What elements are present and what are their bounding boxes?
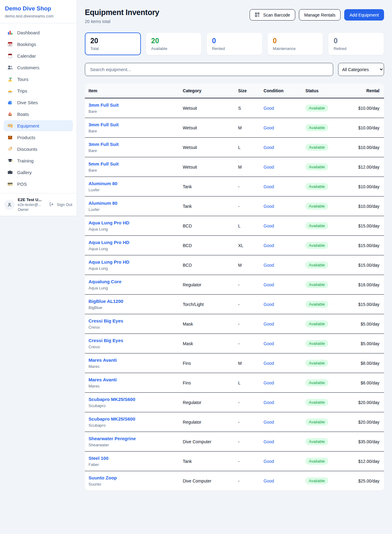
sidebar-item-calendar[interactable]: Calendar — [4, 50, 73, 61]
item-link[interactable]: Suunto Zoop — [89, 475, 175, 480]
item-link[interactable]: Cressi Big Eyes — [89, 318, 175, 323]
rental-cell: $25.00/day — [348, 471, 384, 491]
item-link[interactable]: 3mm Full Suit — [89, 102, 175, 108]
item-link[interactable]: Aqua Lung Pro HD — [89, 259, 175, 265]
sidebar-item-gallery[interactable]: Gallery — [4, 167, 73, 178]
sidebar-item-tours[interactable]: Tours — [4, 74, 73, 85]
condition-cell: Good — [260, 275, 302, 295]
status-cell: Available — [302, 353, 348, 373]
item-link[interactable]: Shearwater Peregrine — [89, 436, 175, 441]
table-row[interactable]: Cressi Big EyesCressiMask-GoodAvailable$… — [85, 334, 384, 353]
table-row[interactable]: Aluminum 80LuxferTank-GoodAvailable$10.0… — [85, 196, 384, 216]
condition-link[interactable]: Good — [264, 282, 274, 287]
training-icon — [7, 158, 13, 163]
table-row[interactable]: 3mm Full SuitBareWetsuitSGoodAvailable$1… — [85, 98, 384, 118]
brand[interactable]: Demo Dive Shop — [5, 5, 72, 12]
sidebar-item-equipment[interactable]: Equipment — [4, 120, 73, 131]
sidebar-item-dive-sites[interactable]: Dive Sites — [4, 97, 73, 108]
sidebar-item-pos[interactable]: POS — [4, 178, 73, 189]
add-equipment-button[interactable]: Add Equipment — [344, 9, 384, 21]
table-row[interactable]: 3mm Full SuitBareWetsuitMGoodAvailable$1… — [85, 118, 384, 138]
condition-link[interactable]: Good — [264, 263, 274, 268]
table-row[interactable]: Steel 100FaberTank-GoodAvailable$12.00/d… — [85, 452, 384, 471]
condition-link[interactable]: Good — [264, 341, 274, 346]
item-link[interactable]: Aluminum 80 — [89, 181, 175, 186]
condition-link[interactable]: Good — [264, 184, 274, 189]
stat-card-total[interactable]: 20Total — [85, 32, 141, 55]
item-link[interactable]: Scubapro MK25/S600 — [89, 397, 175, 402]
table-row[interactable]: 5mm Full SuitBareWetsuitMGoodAvailable$1… — [85, 157, 384, 177]
item-link[interactable]: Aqua Lung Pro HD — [89, 240, 175, 245]
stat-card-rented[interactable]: 0Rented — [206, 32, 262, 55]
sign-out-button[interactable]: Sign Out — [49, 202, 72, 208]
item-link[interactable]: Aluminum 80 — [89, 200, 175, 206]
stat-card-retired[interactable]: 0Retired — [328, 32, 384, 55]
stat-value: 20 — [90, 37, 135, 45]
table-row[interactable]: Aqua Lung Pro HDAqua LungBCDMGoodAvailab… — [85, 255, 384, 275]
category-select[interactable]: All Categories — [338, 63, 384, 76]
condition-link[interactable]: Good — [264, 243, 274, 248]
table-row[interactable]: BigBlue AL1200BigBlueTorch/Light-GoodAva… — [85, 295, 384, 314]
sidebar-item-trips[interactable]: Trips — [4, 85, 73, 96]
sidebar-item-bookings[interactable]: 17Bookings — [4, 39, 73, 50]
condition-link[interactable]: Good — [264, 420, 274, 425]
condition-link[interactable]: Good — [264, 223, 274, 228]
table-row[interactable]: Cressi Big EyesCressiMask-GoodAvailable$… — [85, 314, 384, 334]
sidebar-item-dashboard[interactable]: Dashboard — [4, 27, 73, 38]
table-row[interactable]: Aqua Lung Pro HDAqua LungBCDLGoodAvailab… — [85, 216, 384, 236]
rental-cell: $20.00/day — [348, 393, 384, 412]
table-row[interactable]: Mares AvantiMaresFinsMGoodAvailable$8.00… — [85, 353, 384, 373]
table-row[interactable]: Scubapro MK25/S600ScubaproRegulator-Good… — [85, 393, 384, 412]
item-link[interactable]: Cressi Big Eyes — [89, 338, 175, 343]
sidebar-item-training[interactable]: Training — [4, 155, 73, 166]
rental-cell: $20.00/day — [348, 412, 384, 432]
scan-barcode-label: Scan Barcode — [263, 13, 290, 17]
table-row[interactable]: Scubapro MK25/S600ScubaproRegulator-Good… — [85, 412, 384, 432]
stat-card-available[interactable]: 20Available — [146, 32, 202, 55]
item-link[interactable]: Scubapro MK25/S600 — [89, 416, 175, 421]
condition-link[interactable]: Good — [264, 361, 274, 366]
condition-link[interactable]: Good — [264, 380, 274, 385]
condition-link[interactable]: Good — [264, 439, 274, 444]
condition-link[interactable]: Good — [264, 400, 274, 405]
condition-link[interactable]: Good — [264, 204, 274, 209]
item-link[interactable]: 3mm Full Suit — [89, 142, 175, 147]
item-cell: 3mm Full SuitBare — [85, 118, 179, 138]
stat-card-maintenance[interactable]: 0Maintenance — [267, 32, 323, 55]
search-input[interactable] — [85, 63, 333, 76]
item-link[interactable]: Aqualung Core — [89, 279, 175, 284]
stat-value: 0 — [334, 37, 379, 45]
condition-link[interactable]: Good — [264, 479, 274, 483]
manage-rentals-button[interactable]: Manage Rentals — [299, 9, 341, 21]
table-row[interactable]: Aqua Lung Pro HDAqua LungBCDXLGoodAvaila… — [85, 236, 384, 255]
item-link[interactable]: 3mm Full Suit — [89, 122, 175, 127]
size-cell: M — [235, 157, 260, 177]
condition-link[interactable]: Good — [264, 322, 274, 326]
scan-barcode-button[interactable]: Scan Barcode — [250, 9, 295, 21]
condition-link[interactable]: Good — [264, 165, 274, 170]
sidebar-item-customers[interactable]: Customers — [4, 62, 73, 73]
condition-link[interactable]: Good — [264, 125, 274, 130]
item-link[interactable]: Aqua Lung Pro HD — [89, 220, 175, 225]
rental-cell: $8.00/day — [348, 373, 384, 393]
sidebar-item-products[interactable]: Products — [4, 132, 73, 143]
item-link[interactable]: Mares Avanti — [89, 357, 175, 363]
item-link[interactable]: 5mm Full Suit — [89, 161, 175, 166]
item-link[interactable]: BigBlue AL1200 — [89, 299, 175, 304]
sidebar-item-discounts[interactable]: Discounts — [4, 143, 73, 154]
table-row[interactable]: Aqualung CoreAqua LungRegulator-GoodAvai… — [85, 275, 384, 295]
table-row[interactable]: Aluminum 80LuxferTank-GoodAvailable$10.0… — [85, 177, 384, 196]
condition-link[interactable]: Good — [264, 145, 274, 150]
table-row[interactable]: 3mm Full SuitBareWetsuitLGoodAvailable$1… — [85, 138, 384, 157]
table-row[interactable]: Suunto ZoopSuuntoDive Computer-GoodAvail… — [85, 471, 384, 491]
sidebar-item-boats[interactable]: Boats — [4, 109, 73, 120]
item-brand: Cressi — [89, 325, 175, 330]
table-row[interactable]: Mares AvantiMaresFinsLGoodAvailable$8.00… — [85, 373, 384, 393]
category-cell: Dive Computer — [179, 432, 235, 452]
condition-link[interactable]: Good — [264, 106, 274, 111]
condition-link[interactable]: Good — [264, 302, 274, 307]
item-link[interactable]: Steel 100 — [89, 456, 175, 461]
item-link[interactable]: Mares Avanti — [89, 377, 175, 382]
condition-link[interactable]: Good — [264, 459, 274, 464]
table-row[interactable]: Shearwater PeregrineShearwaterDive Compu… — [85, 432, 384, 452]
